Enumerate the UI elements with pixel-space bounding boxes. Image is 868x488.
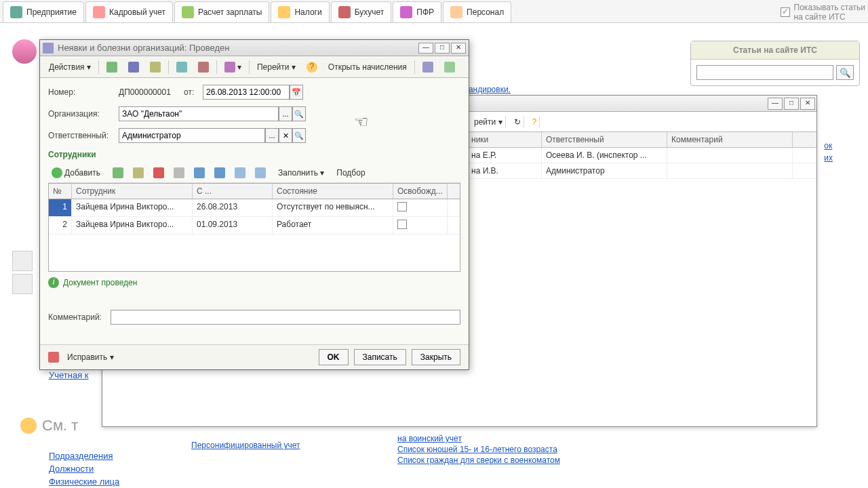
tab-taxes[interactable]: Налоги bbox=[271, 1, 329, 22]
bg-col-1[interactable]: Ответственный bbox=[542, 132, 667, 147]
date-picker-icon[interactable]: 📅 bbox=[290, 85, 303, 100]
tab-pfr[interactable]: ПФР bbox=[393, 1, 441, 22]
fix-dropdown[interactable]: Исправить ▾ bbox=[64, 351, 117, 363]
link-positions[interactable]: Должности bbox=[49, 464, 119, 474]
hr-icon bbox=[93, 6, 105, 18]
its-title: Статьи на сайте ИТС bbox=[691, 41, 859, 60]
link-persuchet[interactable]: Персонифицированный учет bbox=[191, 441, 300, 450]
date-input[interactable] bbox=[203, 85, 290, 100]
tab-enterprise[interactable]: Предприятие bbox=[3, 1, 84, 22]
sort-asc-icon[interactable] bbox=[231, 166, 249, 180]
comment-input[interactable] bbox=[111, 310, 460, 325]
info-icon: i bbox=[48, 277, 59, 288]
its-search-button[interactable]: 🔍 bbox=[836, 65, 854, 80]
tb-view1-icon[interactable] bbox=[418, 59, 438, 75]
user-avatar-icon bbox=[12, 39, 37, 64]
close-button[interactable]: Закрыть bbox=[412, 349, 460, 365]
its-search-input[interactable] bbox=[696, 65, 833, 80]
col-employee[interactable]: Сотрудник bbox=[72, 184, 193, 199]
col-num[interactable]: № bbox=[49, 184, 72, 199]
mid-links: Персонифицированный учет bbox=[191, 441, 300, 450]
its-panel: Статьи на сайте ИТС 🔍 bbox=[690, 41, 860, 86]
add-row-button[interactable]: Добавить bbox=[48, 166, 104, 180]
ok-button[interactable]: OK bbox=[319, 349, 349, 365]
grid-row[interactable]: 1 Зайцева Ирина Викторо... 26.08.2013 От… bbox=[49, 199, 460, 217]
link-frag-2[interactable]: их bbox=[824, 153, 833, 163]
link-sverka[interactable]: Список граждан для сверки с военкоматом bbox=[397, 455, 614, 465]
comment-label: Комментарий: bbox=[48, 312, 111, 322]
move-down-icon[interactable] bbox=[211, 166, 229, 180]
link-youth[interactable]: Список юношей 15- и 16-летнего возраста bbox=[397, 445, 614, 454]
main-tab-bar: Предприятие Кадровый учет Расчет зарплат… bbox=[0, 0, 868, 23]
org-input[interactable] bbox=[119, 106, 279, 121]
footer-bar: Исправить ▾ OK Записать Закрыть bbox=[40, 344, 469, 369]
bg-close-button[interactable]: ✕ bbox=[800, 98, 815, 110]
save-button[interactable]: Записать bbox=[354, 349, 406, 365]
col-state[interactable]: Состояние bbox=[273, 184, 393, 199]
goto-dropdown[interactable]: Перейти ▾ bbox=[252, 60, 300, 75]
resp-input[interactable] bbox=[119, 128, 265, 143]
tab-payroll[interactable]: Расчет зарплаты bbox=[174, 1, 269, 22]
delete-row-icon[interactable] bbox=[150, 166, 167, 180]
side-icon-1[interactable] bbox=[12, 251, 33, 271]
tb-copy-icon[interactable] bbox=[145, 59, 165, 75]
number-value: ДП000000001 bbox=[119, 87, 184, 97]
show-its-label1: Показывать статьи bbox=[794, 3, 865, 12]
link-departments[interactable]: Подразделения bbox=[49, 451, 119, 461]
org-select-button[interactable]: ... bbox=[279, 106, 292, 121]
fg-maximize-button[interactable]: □ bbox=[435, 43, 450, 54]
bg-minimize-button[interactable]: — bbox=[768, 98, 783, 110]
bg-refresh-icon[interactable]: ↻ bbox=[511, 116, 524, 128]
fg-minimize-button[interactable]: — bbox=[418, 43, 433, 54]
tab-hr[interactable]: Кадровый учет bbox=[85, 1, 173, 22]
resp-clear-icon[interactable]: ✕ bbox=[279, 128, 292, 143]
tb-based-on-icon[interactable]: ▾ bbox=[220, 59, 246, 75]
status-text: Документ проведен bbox=[63, 278, 137, 287]
move-up-icon[interactable] bbox=[191, 166, 208, 180]
org-search-icon[interactable]: 🔍 bbox=[292, 106, 306, 121]
bg-help-icon[interactable]: ? bbox=[530, 116, 540, 128]
right-links-block: на воинский учет Список юношей 15- и 16-… bbox=[397, 434, 614, 466]
edit-row-icon[interactable] bbox=[130, 166, 147, 180]
employees-section-title: Сотрудники bbox=[48, 150, 460, 159]
tb-unpost-icon[interactable] bbox=[193, 59, 214, 75]
col-from[interactable]: С ... bbox=[193, 184, 273, 199]
bg-col-0[interactable]: ники bbox=[467, 132, 542, 147]
free-checkbox[interactable] bbox=[397, 202, 407, 211]
resp-select-button[interactable]: ... bbox=[265, 128, 279, 143]
link-individuals[interactable]: Физические лица bbox=[49, 476, 119, 487]
sort-desc-icon[interactable] bbox=[252, 166, 269, 180]
show-its-checkbox[interactable]: ✓ bbox=[781, 7, 790, 17]
tab-personnel[interactable]: Персонал bbox=[443, 1, 511, 22]
copy-row-icon[interactable] bbox=[109, 166, 127, 180]
tb-help-icon[interactable]: ? bbox=[302, 59, 322, 75]
resp-search-icon[interactable]: 🔍 bbox=[292, 128, 306, 143]
bg-col-2[interactable]: Комментарий bbox=[667, 132, 793, 147]
tb-save-icon[interactable] bbox=[123, 59, 144, 75]
actions-dropdown[interactable]: Действия ▾ bbox=[44, 60, 96, 75]
link-frag-1[interactable]: ок bbox=[824, 141, 833, 150]
fg-titlebar[interactable]: Неявки и болезни организаций: Проведен —… bbox=[40, 40, 469, 56]
fg-close-button[interactable]: ✕ bbox=[451, 43, 466, 54]
link-account-card[interactable]: Учетная к bbox=[49, 370, 119, 380]
tb-post-icon[interactable] bbox=[172, 59, 192, 75]
tb-view2-icon[interactable] bbox=[439, 59, 460, 75]
bg-maximize-button[interactable]: □ bbox=[784, 98, 799, 110]
tab-accounting[interactable]: Бухучет bbox=[331, 1, 392, 22]
pick-button[interactable]: Подбор bbox=[333, 167, 368, 179]
free-checkbox[interactable] bbox=[397, 220, 407, 229]
org-label: Организация: bbox=[48, 109, 119, 119]
side-icon-2[interactable] bbox=[12, 274, 33, 294]
grid-row[interactable]: 2 Зайцева Ирина Викторо... 01.09.2013 Ра… bbox=[49, 217, 460, 235]
fill-dropdown[interactable]: Заполнить ▾ bbox=[275, 167, 328, 179]
col-free[interactable]: Освобожд... bbox=[393, 184, 448, 199]
grid-icon[interactable] bbox=[170, 166, 188, 180]
resp-label: Ответственный: bbox=[48, 131, 119, 140]
open-calc-button[interactable]: Открыть начисления bbox=[323, 60, 412, 75]
bg-goto-button[interactable]: рейти ▾ bbox=[471, 116, 506, 128]
number-label: Номер: bbox=[48, 87, 119, 97]
link-military[interactable]: на воинский учет bbox=[397, 434, 614, 443]
payroll-icon bbox=[182, 6, 194, 18]
tb-new-icon[interactable] bbox=[102, 59, 122, 75]
far-right-links: ок их bbox=[824, 141, 833, 165]
